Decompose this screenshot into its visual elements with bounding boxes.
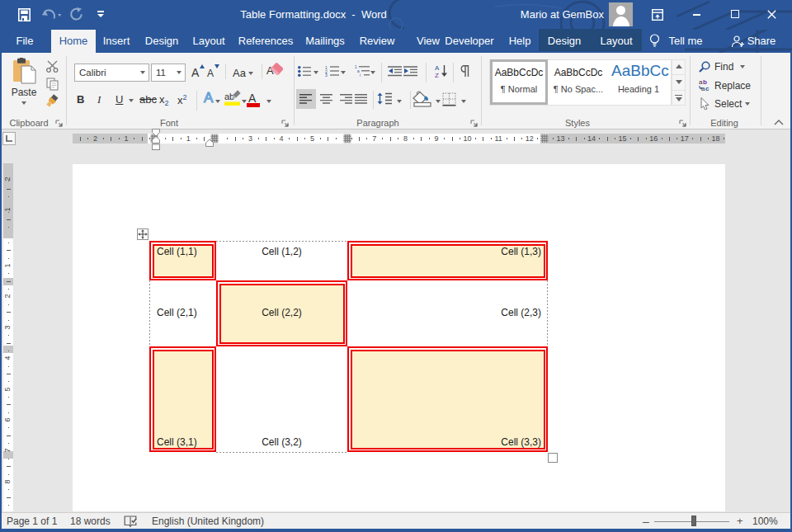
svg-text:A: A: [435, 64, 440, 72]
svg-text:3: 3: [325, 73, 328, 77]
svg-text:Z: Z: [435, 72, 439, 78]
svg-text:c: c: [705, 85, 710, 92]
svg-text:i: i: [360, 73, 361, 77]
